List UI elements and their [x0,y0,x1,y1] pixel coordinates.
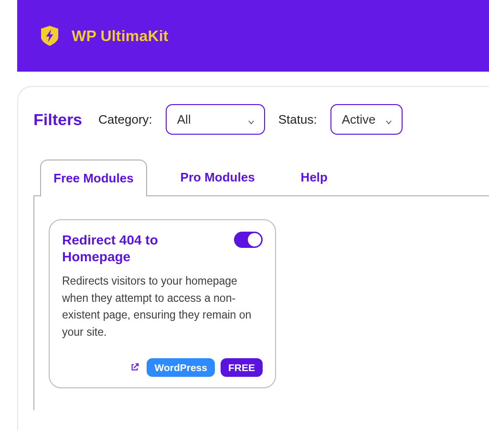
tag-tier: FREE [221,358,263,377]
tab-label: Pro Modules [181,170,255,184]
tab-label: Help [301,170,328,184]
module-card-redirect-404: Redirect 404 to Homepage Redirects visit… [49,219,276,388]
filters-heading: Filters [33,110,82,129]
chevron-down-icon [384,115,393,124]
toggle-knob [248,233,261,246]
tab-label: Free Modules [53,171,134,185]
status-select-value: Active [342,112,376,127]
category-label: Category: [98,112,152,127]
chevron-down-icon [247,115,255,124]
module-footer: WordPress FREE [62,358,263,377]
external-link-icon[interactable] [128,361,141,373]
status-label: Status: [278,112,317,127]
app-header: WP UltimaKit [17,0,489,72]
tag-platform: WordPress [147,358,215,377]
module-title[interactable]: Redirect 404 to Homepage [62,232,205,265]
module-description: Redirects visitors to your homepage when… [62,273,263,341]
category-select-value: All [177,112,191,127]
module-enable-toggle[interactable] [234,232,263,248]
tab-free-modules[interactable]: Free Modules [40,160,147,196]
tab-pro-modules[interactable]: Pro Modules [168,160,267,195]
category-select[interactable]: All [166,104,265,135]
tab-help[interactable]: Help [288,160,340,195]
filters-row: Filters Category: All Status: Active [33,104,489,135]
brand-logo-shield-icon [38,24,61,47]
main-panel: Filters Category: All Status: Active Fre… [17,86,489,430]
tabs: Free Modules Pro Modules Help Redirect 4… [33,160,489,410]
tab-strip: Free Modules Pro Modules Help [33,160,489,195]
brand-name: WP UltimaKit [72,27,169,45]
status-select[interactable]: Active [330,104,403,135]
tab-panel: Redirect 404 to Homepage Redirects visit… [33,195,489,410]
